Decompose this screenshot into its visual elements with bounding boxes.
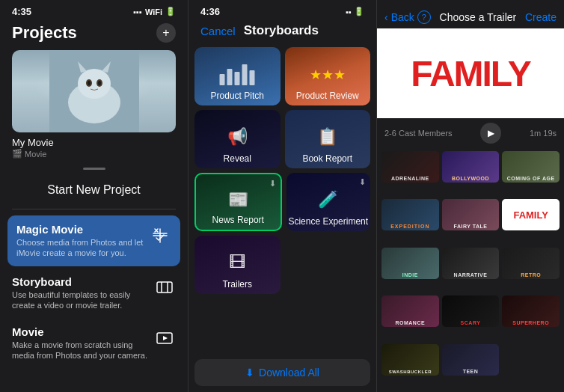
product-pitch-label: Product Pitch <box>194 91 281 101</box>
battery-icon: 🔋 <box>165 7 176 16</box>
trailer-thumb-narrative[interactable]: Narrative <box>442 248 500 279</box>
movie-desc: Make a movie from scratch using media fr… <box>12 340 153 361</box>
svg-marker-13 <box>163 336 168 340</box>
trailer-thumb-teen[interactable]: TEEN <box>442 344 500 376</box>
storyboard-card-trailers[interactable]: 🎞 Trailers <box>194 236 281 294</box>
start-new-project-label: Start New Project <box>0 176 188 204</box>
product-review-label: Product Review <box>285 91 371 101</box>
film-icon: 🎞 <box>229 253 245 272</box>
trailer-screen: ‹ Back ? Choose a Trailer Create FAMILY … <box>377 0 564 392</box>
project-thumbnail[interactable] <box>12 50 176 132</box>
scroll-indicator <box>0 162 188 176</box>
download-badge-news: ⬇ <box>269 179 276 189</box>
stars-icon: ★★★ <box>310 67 346 83</box>
svg-rect-9 <box>157 282 172 293</box>
trailer-thumb-indie[interactable]: INDIE <box>381 248 439 279</box>
family-preview-text: FAMILY <box>411 53 530 94</box>
trailer-thumb-empty <box>502 344 560 376</box>
trailer-thumb-superhero[interactable]: superhero <box>502 295 560 327</box>
chevron-left-icon: ‹ <box>384 11 388 23</box>
cat-svg <box>49 50 139 132</box>
duration-label: 1m 19s <box>530 129 557 138</box>
project-type: 🎬 Movie <box>12 149 176 159</box>
add-project-button[interactable]: + <box>156 23 176 43</box>
menu-item-movie[interactable]: Movie Make a movie from scratch using me… <box>0 318 188 369</box>
storyboard-row-2: 📢 Reveal 📋 Book Report <box>194 110 370 168</box>
cancel-button[interactable]: Cancel <box>200 25 236 37</box>
project-info: My Movie 🎬 Movie <box>0 132 188 162</box>
download-all-button[interactable]: ⬇ Download All <box>194 359 370 386</box>
trailer-thumb-adrenaline[interactable]: ADRENALINE <box>381 151 439 183</box>
reveal-label: Reveal <box>194 153 281 164</box>
megaphone-icon: 📢 <box>227 127 248 147</box>
storyboard-card-reveal[interactable]: 📢 Reveal <box>194 110 281 168</box>
storyboard-card-product-review[interactable]: ★★★ Product Review <box>285 47 371 105</box>
trailer-nav: ‹ Back ? Choose a Trailer Create <box>377 9 564 28</box>
choose-trailer-title: Choose a Trailer <box>440 11 517 23</box>
status-bar-1: 4:35 ▪▪▪ WiFi 🔋 <box>0 0 188 20</box>
play-button[interactable]: ▶ <box>480 123 501 144</box>
wifi-icon: WiFi <box>145 7 162 16</box>
bar-4 <box>242 64 248 85</box>
trailer-thumb-retro[interactable]: RETRO <box>502 248 560 279</box>
trailer-thumb-family[interactable]: FAMILY <box>502 199 560 230</box>
battery-2: ▪▪ 🔋 <box>346 7 364 16</box>
time-2: 4:36 <box>200 6 220 17</box>
storyboards-title: Storyboards <box>244 23 319 38</box>
trailer-meta: 2-6 Cast Members ▶ 1m 19s <box>377 118 564 148</box>
divider-1 <box>12 209 176 209</box>
trailer-grid: ADRENALINE Bollywood Coming of Age EXPED… <box>377 148 564 392</box>
projects-title: Projects <box>12 23 77 43</box>
storyboard-icon <box>153 277 176 299</box>
movie-icon: 🎬 <box>12 149 22 159</box>
help-button[interactable]: ? <box>417 10 431 24</box>
storyboards-screen: 4:36 ▪▪ 🔋 Cancel Storyboards <box>188 0 377 392</box>
signal-2: ▪▪ <box>346 7 352 16</box>
back-button[interactable]: ‹ Back ? <box>384 10 431 24</box>
storyboard-row-3: ⬇ 📰 News Report ⬇ 🧪 Science Experiment <box>194 173 370 231</box>
storyboard-row-1: Product Pitch ★★★ Product Review <box>194 47 370 105</box>
family-label: FAMILY <box>513 209 548 221</box>
bar-2 <box>227 69 233 85</box>
storyboard-grid: Product Pitch ★★★ Product Review 📢 Revea… <box>188 44 376 355</box>
trailers-label: Trailers <box>194 279 281 290</box>
download-icon: ⬇ <box>245 367 254 379</box>
svg-point-2 <box>78 69 111 99</box>
projects-header: Projects + <box>0 20 188 50</box>
trailer-thumb-bollywood[interactable]: Bollywood <box>442 151 500 183</box>
status-bar-2: 4:36 ▪▪ 🔋 <box>188 0 376 20</box>
trailer-thumb-fairy-tale[interactable]: Fairy Tale <box>442 199 500 230</box>
project-image <box>12 50 176 132</box>
magic-movie-icon <box>149 224 171 247</box>
storyboard-desc: Use beautiful templates to easily create… <box>12 290 153 311</box>
bar-5 <box>250 70 255 85</box>
status-icons-1: ▪▪▪ WiFi 🔋 <box>133 7 176 16</box>
menu-item-storyboard[interactable]: Storyboard Use beautiful templates to ea… <box>0 268 188 319</box>
movie-title: Movie <box>12 325 153 338</box>
book-report-label: Book Report <box>285 153 371 164</box>
magic-movie-title: Magic Movie <box>16 223 149 236</box>
storyboard-card-news-report[interactable]: ⬇ 📰 News Report <box>194 173 282 231</box>
trailer-preview: FAMILY <box>377 28 564 118</box>
storyboard-row-4: 🎞 Trailers <box>194 236 370 294</box>
signal-icon: ▪▪▪ <box>133 7 142 16</box>
storyboard-card-book-report[interactable]: 📋 Book Report <box>285 110 371 168</box>
storyboard-title: Storyboard <box>12 275 153 288</box>
project-name: My Movie <box>12 137 176 148</box>
svg-point-7 <box>88 81 91 85</box>
menu-item-magic-movie[interactable]: Magic Movie Choose media from Photos and… <box>7 215 180 266</box>
storyboard-card-product-pitch[interactable]: Product Pitch <box>194 47 281 105</box>
trailer-thumb-swashbuckler[interactable]: swashbuckler <box>381 344 439 376</box>
trailer-thumb-coming-of-age[interactable]: Coming of Age <box>502 151 560 183</box>
bar-1 <box>220 74 225 85</box>
trailer-thumb-scary[interactable]: SCARY <box>442 295 500 327</box>
trailer-thumb-expedition[interactable]: EXPEDITION <box>381 199 439 230</box>
create-button[interactable]: Create <box>525 11 557 23</box>
storyboard-card-science-experiment[interactable]: ⬇ 🧪 Science Experiment <box>286 173 371 231</box>
cast-members-label: 2-6 Cast Members <box>384 129 452 138</box>
flask-icon: 🧪 <box>318 190 338 209</box>
battery-2-icon: 🔋 <box>354 7 364 16</box>
bar-3 <box>235 72 240 85</box>
trailer-thumb-romance[interactable]: ROMANCE <box>381 295 439 327</box>
magic-movie-desc: Choose media from Photos and let iMovie … <box>16 237 149 259</box>
